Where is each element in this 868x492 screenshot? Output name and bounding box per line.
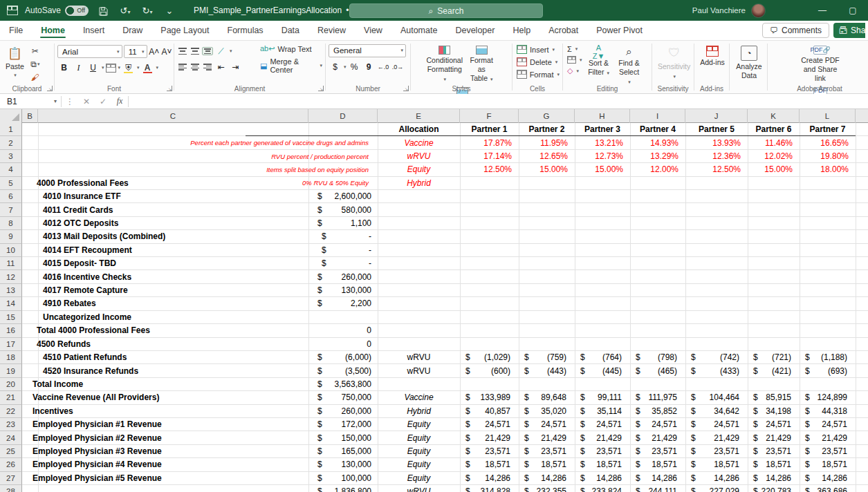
number-launcher-icon[interactable] [403,86,409,91]
cell-partner5-row3[interactable]: 12.36% [685,150,748,162]
cell-partner3-row22[interactable]: $35,114 [575,405,630,417]
cell-partner3-row24[interactable]: $21,429 [575,431,630,444]
percent-style-icon[interactable]: % [348,61,361,73]
cell-partner5-row26[interactable]: $18,571 [685,458,748,471]
autosave-toggle[interactable]: AutoSave Off [25,6,89,16]
cell-amount-D6[interactable]: $2,600,000 [308,190,378,202]
cell-amount-D11[interactable]: $- [308,257,378,269]
align-left-icon[interactable] [177,63,188,71]
row-header-2[interactable]: 2 [0,136,22,149]
row-header-8[interactable]: 8 [0,217,22,230]
underline-button[interactable]: U [86,62,100,74]
cell-partner4-row21[interactable]: $111,975 [630,391,685,404]
font-size-select[interactable]: 11▾ [124,45,147,58]
cell-label[interactable]: 4012 OTC Deposits [22,217,308,229]
cell-partner1-row22[interactable]: $40,857 [460,405,519,417]
cell-label[interactable]: Incentives [22,405,308,417]
sort-filter-button[interactable]: AZ▼ Sort &Filter ▾ [584,44,614,85]
cell-partner1-row18[interactable]: $(1,029) [460,351,519,363]
conditional-formatting-button[interactable]: ConditionalFormatting ▾ [427,44,463,85]
row-header-7[interactable]: 7 [0,203,22,216]
paste-button[interactable]: 📋 Paste▾ [3,44,27,85]
cell-partner7-row23[interactable]: $24,571 [800,418,856,430]
cell-partner7-row2[interactable]: 16.65% [800,136,856,149]
cell-partner3-row4[interactable]: 15.00% [575,163,630,176]
cell-amount-D10[interactable]: $- [308,244,378,256]
cell-partner1-row25[interactable]: $23,571 [460,445,519,457]
undo-icon[interactable]: ↺▾ [118,6,133,16]
fill-color-button[interactable]: ⛨ [122,62,135,74]
row-header-26[interactable]: 26 [0,458,22,471]
cell-label[interactable]: 4510 Patient Refunds [22,351,308,363]
cell-allocation-E21[interactable]: Vaccine [378,391,460,404]
select-all-corner[interactable] [0,109,22,123]
increase-font-icon[interactable]: A˄ [149,46,160,58]
row-header-3[interactable]: 3 [0,150,22,163]
column-header-K[interactable]: K [748,109,800,123]
cell-amount-D12[interactable]: $260,000 [308,270,378,283]
cell-allocation-E18[interactable]: wRVU [378,351,460,363]
cell-partner6-row18[interactable]: $(721) [748,351,800,363]
clear-button[interactable]: ◇▾ [566,66,584,76]
cell-partner4-row1[interactable]: Partner 4 [630,123,685,135]
tab-power-pivot[interactable]: Power Pivot [587,21,652,40]
name-box-options-icon[interactable]: ⋮ [62,97,78,106]
cell-partner3-row21[interactable]: $99,111 [575,391,630,404]
row-header-6[interactable]: 6 [0,190,22,203]
cell-amount-D16[interactable]: 0 [308,324,378,337]
cell-partner6-row28[interactable]: $220,783 [748,485,800,492]
cell-amount-D26[interactable]: $130,000 [308,458,378,471]
cell-partner2-row3[interactable]: 12.65% [519,150,575,162]
row-header-25[interactable]: 25 [0,445,22,458]
increase-indent-icon[interactable]: ⇥ [229,61,242,73]
comments-button[interactable]: 🗩Comments [762,23,829,38]
tab-file[interactable]: File [0,21,32,40]
decrease-font-icon[interactable]: A˅ [161,46,172,58]
column-header-F[interactable]: F [460,109,519,123]
cell-partner1-row21[interactable]: $133,989 [460,391,519,404]
font-color-button[interactable]: A [141,62,154,74]
cell-label[interactable]: 4520 Insurance Refunds [22,364,308,377]
row-header-24[interactable]: 24 [0,431,22,444]
cell-partner5-row23[interactable]: $24,571 [685,418,748,430]
cell-partner2-row25[interactable]: $23,571 [519,445,575,457]
cell-partner4-row27[interactable]: $14,286 [630,472,685,484]
cell-partner3-row1[interactable]: Partner 3 [575,123,630,135]
tab-draw[interactable]: Draw [113,21,151,40]
merge-center-button[interactable]: ⬓Merge & Center▾ [259,57,324,75]
cell-partner7-row18[interactable]: $(1,188) [800,351,856,363]
format-cells-button[interactable]: Format▾ [515,69,561,79]
row-header-1[interactable]: 1 [0,123,22,136]
row-header-14[interactable]: 14 [0,297,22,310]
cell-partner5-row21[interactable]: $104,464 [685,391,748,404]
user-avatar[interactable] [751,3,766,18]
cell-label[interactable]: 4016 Incentive Checks [22,270,308,283]
tab-formulas[interactable]: Formulas [219,21,273,40]
cell-allocation-E5[interactable]: Hybrid [378,177,460,189]
cell-partner7-row26[interactable]: $18,571 [800,458,856,471]
cell-partner5-row22[interactable]: $34,642 [685,405,748,417]
cell-partner2-row2[interactable]: 11.95% [519,136,575,149]
cell-partner1-row23[interactable]: $24,571 [460,418,519,430]
cell-label[interactable]: 4017 Remote Capture [22,284,308,296]
cell-partner2-row22[interactable]: $35,020 [519,405,575,417]
cell-label[interactable]: 4910 Rebates [22,297,308,310]
cell-partner4-row28[interactable]: $244,111 [630,485,685,492]
user-name[interactable]: Paul Vanchiere [692,6,746,15]
cell-partner1-row24[interactable]: $21,429 [460,431,519,444]
column-header-G[interactable]: G [519,109,575,123]
cell-partner6-row1[interactable]: Partner 6 [748,123,800,135]
create-pdf-share-link-button[interactable]: PDF🔗 Create PDFand Share link [796,44,844,85]
column-header-H[interactable]: H [575,109,630,123]
autosave-switch[interactable]: Off [65,6,89,16]
insert-function-icon[interactable]: fx [111,96,128,106]
row-header-22[interactable]: 22 [0,405,22,418]
font-name-select[interactable]: Arial▾ [57,45,122,58]
cell-label[interactable]: Uncategorized Income [22,311,308,323]
cell-partner6-row3[interactable]: 12.02% [748,150,800,162]
cell-partner1-row28[interactable]: $314,828 [460,485,519,492]
cell-amount-D24[interactable]: $150,000 [308,431,378,444]
cell-amount-D25[interactable]: $165,000 [308,445,378,457]
cell-partner5-row18[interactable]: $(742) [685,351,748,363]
cell-partner6-row26[interactable]: $18,571 [748,458,800,471]
